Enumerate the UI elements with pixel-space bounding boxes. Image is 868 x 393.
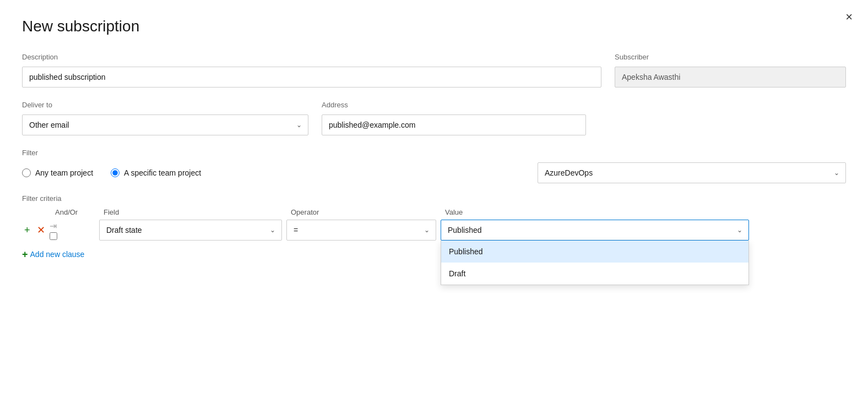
add-row-button[interactable]: + [22,224,32,236]
radio-specific-label: A specific team project [124,168,201,177]
value-select-wrapper: Published ⌄ Published Draft [441,220,749,241]
add-clause-button[interactable]: + Add new clause [22,247,84,261]
value-dropdown-menu: Published Draft [441,241,749,285]
value-option-published[interactable]: Published [441,241,748,263]
deliver-to-select[interactable]: Other email [22,114,308,135]
row-tools: ⇥ [50,221,57,240]
new-subscription-dialog: × New subscription Description Subscribe… [0,0,868,393]
criteria-row: + ✕ ⇥ Draft state ⌄ [22,220,846,241]
field-select-wrapper: Draft state ⌄ [99,220,282,241]
address-group: Address [322,101,586,135]
deliver-to-group: Deliver to Other email ⌄ [22,101,308,135]
deliver-to-label: Deliver to [22,101,308,109]
radio-group: Any team project A specific team project [22,168,201,177]
criteria-headers: And/Or Field Operator Value [22,208,846,216]
close-button[interactable]: × [845,11,853,23]
radio-any-team-project[interactable]: Any team project [22,168,93,177]
indent-icon: ⇥ [50,221,57,231]
value-option-draft[interactable]: Draft [441,263,748,285]
address-input[interactable] [322,114,586,135]
description-group: Description [22,53,601,88]
address-label: Address [322,101,586,109]
project-select-wrapper: AzureDevOps ⌄ [538,162,846,183]
andor-col-header: And/Or [55,208,99,216]
field-cell: Draft state ⌄ [99,220,286,241]
filter-section: Filter Any team project A specific team … [22,149,846,183]
deliver-to-select-wrapper: Other email ⌄ [22,114,308,135]
radio-any-label: Any team project [35,168,93,177]
description-label: Description [22,53,601,61]
row-checkbox[interactable] [50,232,57,240]
radio-specific-input[interactable] [111,168,120,177]
operator-col-header: Operator [286,208,441,216]
add-clause-label: Add new clause [30,250,85,259]
filter-label: Filter [22,149,846,157]
remove-row-button[interactable]: ✕ [35,224,47,236]
operator-select-wrapper: = ⌄ [286,220,436,241]
value-col-header: Value [441,208,749,216]
filter-criteria-label: Filter criteria [22,194,846,203]
criteria-row-controls: + ✕ ⇥ [22,221,55,240]
subscriber-label: Subscriber [615,53,846,61]
project-select-inner: AzureDevOps ⌄ [538,162,846,183]
field-col-header: Field [99,208,286,216]
field-select[interactable]: Draft state [99,220,282,241]
subscriber-input [615,67,846,88]
radio-specific-team-project[interactable]: A specific team project [111,168,201,177]
value-cell: Published ⌄ Published Draft [441,220,749,241]
filter-project-row: Any team project A specific team project… [22,162,846,183]
operator-select[interactable]: = [286,220,436,241]
filter-criteria-section: Filter criteria And/Or Field Operator Va… [22,194,846,261]
subscriber-group: Subscriber [615,53,846,88]
radio-any-input[interactable] [22,168,31,177]
description-input[interactable] [22,67,601,88]
add-clause-plus-icon: + [22,249,28,259]
description-subscriber-row: Description Subscriber [22,53,846,88]
project-select[interactable]: AzureDevOps [538,162,846,183]
deliver-address-row: Deliver to Other email ⌄ Address [22,101,846,135]
dialog-title: New subscription [22,18,846,35]
operator-cell: = ⌄ [286,220,441,241]
value-display[interactable]: Published [441,220,749,241]
